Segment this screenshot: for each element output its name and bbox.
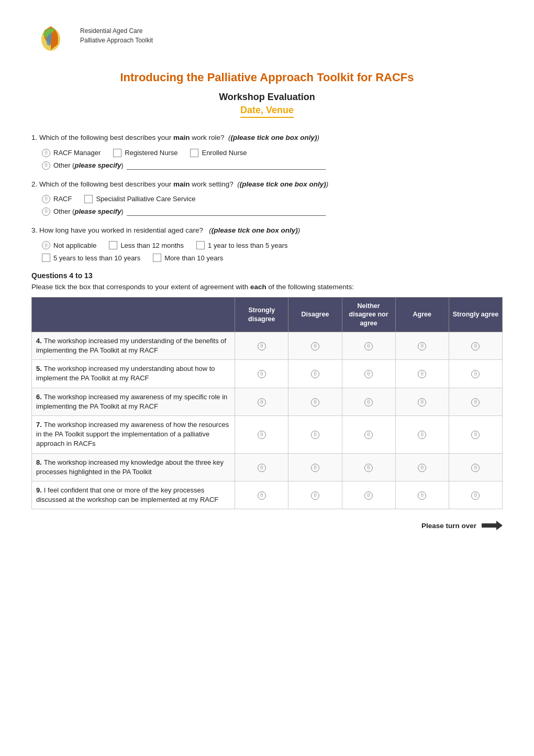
- q1-text-suffix: work role?: [190, 134, 224, 141]
- radio-disagree[interactable]: θ: [311, 491, 319, 500]
- q3-option-5-to-10-years[interactable]: 5 years to less than 10 years: [42, 254, 140, 262]
- q1-checkbox-registered-nurse[interactable]: [113, 149, 121, 157]
- radio-disagree[interactable]: θ: [311, 342, 319, 350]
- question-2: 2. Which of the following best describes…: [31, 179, 503, 216]
- radio-cell-neither-6[interactable]: θ: [342, 388, 395, 415]
- radio-cell-agree-4[interactable]: θ: [395, 332, 449, 359]
- radio-cell-strongly-agree-4[interactable]: θ: [449, 332, 502, 359]
- radio-cell-strongly-agree-8[interactable]: θ: [449, 453, 502, 481]
- q2-radio-other[interactable]: θ: [42, 207, 50, 216]
- radio-cell-strongly-agree-7[interactable]: θ: [449, 416, 502, 454]
- radio-agree[interactable]: θ: [418, 370, 426, 378]
- radio-cell-neither-4[interactable]: θ: [342, 332, 395, 359]
- radio-cell-neither-5[interactable]: θ: [342, 360, 395, 388]
- radio-agree[interactable]: θ: [418, 342, 426, 350]
- q3-option-not-applicable[interactable]: θ Not applicable: [42, 241, 96, 249]
- radio-strongly-agree[interactable]: θ: [471, 464, 480, 472]
- col-header-statement: [32, 298, 235, 332]
- radio-disagree[interactable]: θ: [311, 370, 319, 378]
- radio-cell-agree-5[interactable]: θ: [395, 360, 449, 388]
- radio-neither[interactable]: θ: [364, 491, 373, 500]
- please-turn-over-label: Please turn over: [421, 522, 476, 530]
- q1-radio-other[interactable]: θ: [42, 161, 50, 170]
- col-header-strongly-disagree: Strongly disagree: [235, 298, 288, 332]
- radio-cell-strongly-agree-9[interactable]: θ: [449, 481, 502, 509]
- radio-cell-strongly-agree-5[interactable]: θ: [449, 360, 502, 388]
- page-header: Residential Aged Care Palliative Approac…: [31, 16, 503, 55]
- radio-neither[interactable]: θ: [364, 431, 373, 439]
- radio-strongly-agree[interactable]: θ: [471, 370, 480, 378]
- radio-neither[interactable]: θ: [364, 464, 373, 472]
- radio-agree[interactable]: θ: [418, 464, 426, 472]
- radio-strongly-agree[interactable]: θ: [471, 491, 480, 500]
- radio-agree[interactable]: θ: [418, 431, 426, 439]
- radio-strongly-agree[interactable]: θ: [471, 431, 480, 439]
- radio-cell-strongly-disagree-8[interactable]: θ: [235, 453, 288, 481]
- radio-cell-strongly-disagree-6[interactable]: θ: [235, 388, 288, 415]
- radio-cell-disagree-4[interactable]: θ: [288, 332, 342, 359]
- radio-cell-agree-7[interactable]: θ: [395, 416, 449, 454]
- q1-option-racf-manager[interactable]: θ RACF Manager: [42, 149, 101, 157]
- radio-cell-agree-8[interactable]: θ: [395, 453, 449, 481]
- radio-cell-neither-7[interactable]: θ: [342, 416, 395, 454]
- radio-disagree[interactable]: θ: [311, 431, 319, 439]
- q3-option-less-12-months[interactable]: Less than 12 months: [109, 241, 184, 249]
- radio-strongly-disagree[interactable]: θ: [258, 370, 266, 378]
- radio-disagree[interactable]: θ: [311, 398, 319, 407]
- radio-neither[interactable]: θ: [364, 370, 373, 378]
- radio-strongly-disagree[interactable]: θ: [258, 398, 266, 407]
- radio-strongly-disagree[interactable]: θ: [258, 342, 266, 350]
- radio-cell-strongly-disagree-9[interactable]: θ: [235, 481, 288, 509]
- q3-checkbox-1-5[interactable]: [196, 241, 205, 249]
- radio-strongly-disagree[interactable]: θ: [258, 491, 266, 500]
- radio-cell-strongly-disagree-5[interactable]: θ: [235, 360, 288, 388]
- page-footer: Please turn over: [31, 520, 503, 531]
- q2-option-racf[interactable]: θ RACF: [42, 195, 72, 203]
- q1-radio-racf-manager[interactable]: θ: [42, 149, 50, 157]
- q3-checkbox-5-10[interactable]: [42, 254, 50, 262]
- radio-cell-neither-8[interactable]: θ: [342, 453, 395, 481]
- q1-option-enrolled-nurse[interactable]: Enrolled Nurse: [190, 149, 247, 157]
- q1-checkbox-enrolled-nurse[interactable]: [190, 149, 198, 157]
- q3-option-1-to-5-years[interactable]: 1 year to less than 5 years: [196, 241, 287, 249]
- q1-other-input[interactable]: [127, 161, 326, 170]
- radio-cell-disagree-6[interactable]: θ: [288, 388, 342, 415]
- q2-option-specialist[interactable]: Specialist Palliative Care Service: [84, 195, 195, 203]
- col-header-neither: Neither disagree nor agree: [342, 298, 395, 332]
- radio-agree[interactable]: θ: [418, 398, 426, 407]
- q1-option-registered-nurse[interactable]: Registered Nurse: [113, 149, 177, 157]
- radio-cell-strongly-disagree-7[interactable]: θ: [235, 416, 288, 454]
- radio-cell-disagree-9[interactable]: θ: [288, 481, 342, 509]
- q2-other-row: θ Other (please specify): [42, 207, 503, 216]
- q3-option-more-than-10[interactable]: More than 10 years: [153, 254, 223, 262]
- radio-strongly-agree[interactable]: θ: [471, 342, 480, 350]
- q3-radio-not-applicable[interactable]: θ: [42, 241, 50, 249]
- radio-neither[interactable]: θ: [364, 398, 373, 407]
- table-header-row: Strongly disagree Disagree Neither disag…: [32, 298, 503, 332]
- radio-strongly-agree[interactable]: θ: [471, 398, 480, 407]
- radio-strongly-disagree[interactable]: θ: [258, 431, 266, 439]
- radio-cell-strongly-agree-6[interactable]: θ: [449, 388, 502, 415]
- radio-cell-strongly-disagree-4[interactable]: θ: [235, 332, 288, 359]
- radio-strongly-disagree[interactable]: θ: [258, 464, 266, 472]
- radio-agree[interactable]: θ: [418, 491, 426, 500]
- q2-radio-racf[interactable]: θ: [42, 195, 50, 203]
- radio-cell-disagree-5[interactable]: θ: [288, 360, 342, 388]
- radio-cell-agree-9[interactable]: θ: [395, 481, 449, 509]
- org-line1: Residential Aged Care: [80, 26, 153, 36]
- radio-cell-agree-6[interactable]: θ: [395, 388, 449, 415]
- q3-checkbox-less-12[interactable]: [109, 241, 117, 249]
- question-3: 3. How long have you worked in residenti…: [31, 225, 503, 262]
- q2-other-input[interactable]: [127, 207, 326, 216]
- q1-other-row: θ Other (please specify): [42, 161, 503, 170]
- radio-cell-neither-9[interactable]: θ: [342, 481, 395, 509]
- q3-checkbox-more-10[interactable]: [153, 254, 161, 262]
- col-header-agree: Agree: [395, 298, 449, 332]
- q2-checkbox-specialist[interactable]: [84, 195, 93, 203]
- radio-cell-disagree-8[interactable]: θ: [288, 453, 342, 481]
- radio-cell-disagree-7[interactable]: θ: [288, 416, 342, 454]
- radio-neither[interactable]: θ: [364, 342, 373, 350]
- title-block: Introducing the Palliative Approach Tool…: [31, 71, 503, 118]
- table-row: 7.The workshop increased my awareness of…: [32, 416, 503, 454]
- radio-disagree[interactable]: θ: [311, 464, 319, 472]
